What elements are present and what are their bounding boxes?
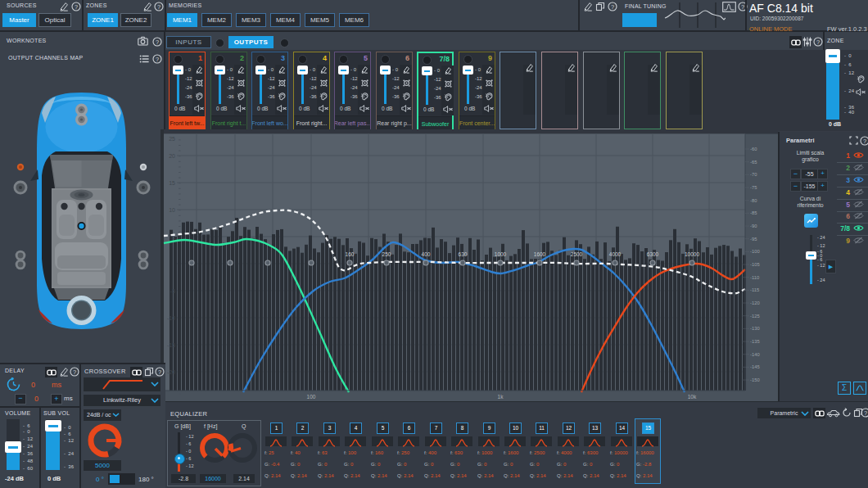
svg-text:-145: -145 <box>750 364 760 369</box>
svg-text:1000: 1000 <box>495 251 507 257</box>
svg-text:25: 25 <box>169 136 175 142</box>
svg-text:-20: -20 <box>167 369 175 375</box>
svg-text:15: 15 <box>169 180 175 186</box>
svg-text:?: ? <box>741 3 744 11</box>
svg-text:-115: -115 <box>750 287 759 292</box>
svg-text:-80: -80 <box>750 198 757 203</box>
svg-text:?: ? <box>864 409 867 417</box>
svg-text:250: 250 <box>382 251 391 257</box>
svg-text:?: ? <box>157 3 160 11</box>
svg-text:-95: -95 <box>750 237 757 242</box>
svg-text:?: ? <box>816 38 820 46</box>
svg-text:6300: 6300 <box>647 251 659 257</box>
svg-text:20: 20 <box>169 153 175 159</box>
svg-text:-140: -140 <box>750 352 760 357</box>
svg-text:-85: -85 <box>750 210 757 215</box>
svg-text:-75: -75 <box>750 185 757 190</box>
svg-text:-105: -105 <box>750 262 760 267</box>
svg-text:-150: -150 <box>750 377 760 382</box>
svg-text:?: ? <box>156 56 159 63</box>
svg-text:-110: -110 <box>750 275 759 280</box>
svg-text:-15: -15 <box>167 342 175 348</box>
svg-text:-100: -100 <box>750 249 760 254</box>
svg-text:100: 100 <box>307 394 316 400</box>
svg-text:-10: -10 <box>167 315 175 321</box>
svg-text:?: ? <box>75 3 78 11</box>
svg-text:-120: -120 <box>750 300 760 305</box>
svg-text:1600: 1600 <box>534 251 546 257</box>
svg-text:-90: -90 <box>750 224 757 228</box>
svg-text:10000: 10000 <box>685 251 699 257</box>
svg-text:160: 160 <box>346 251 355 257</box>
svg-text:-130: -130 <box>750 326 760 331</box>
svg-text:400: 400 <box>422 251 431 257</box>
svg-text:?: ? <box>863 138 866 145</box>
svg-text:-60: -60 <box>750 147 757 151</box>
svg-text:-5: -5 <box>170 288 175 294</box>
svg-text:-70: -70 <box>750 172 757 177</box>
svg-text:?: ? <box>156 38 159 46</box>
svg-text:?: ? <box>73 368 76 376</box>
svg-text:4000: 4000 <box>609 251 622 257</box>
svg-text:-125: -125 <box>750 314 760 319</box>
svg-text:10k: 10k <box>688 394 697 400</box>
svg-text:2500: 2500 <box>571 251 583 257</box>
svg-text:?: ? <box>158 368 161 376</box>
svg-text:10: 10 <box>169 207 175 213</box>
svg-text:1k: 1k <box>498 394 504 400</box>
svg-text:630: 630 <box>459 251 468 257</box>
svg-text:-65: -65 <box>750 160 757 165</box>
svg-text:-135: -135 <box>750 339 760 344</box>
svg-text:?: ? <box>611 3 614 11</box>
